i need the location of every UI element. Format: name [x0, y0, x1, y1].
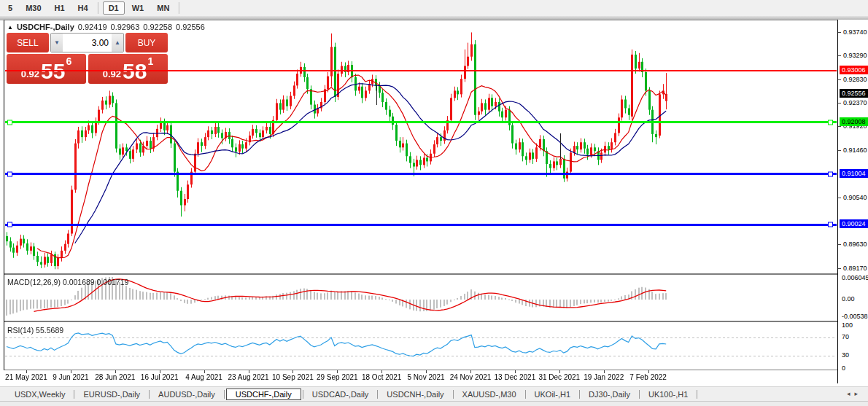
support-line-blue-2[interactable] [5, 224, 837, 226]
price-axis-label: 0.93740 [843, 28, 867, 36]
buy-price-button[interactable]: 0.92 58 1 [88, 54, 168, 84]
buy-button[interactable]: BUY [125, 33, 168, 52]
price-badge-0.92008: 0.92008 [840, 117, 868, 126]
price-axis-tick [838, 103, 841, 104]
price-axis-tick [838, 150, 841, 151]
date-axis-label: 23 Aug 2021 [228, 373, 268, 381]
timeframe-button-m30[interactable]: M30 [20, 1, 47, 15]
price-axis[interactable]: 0.937400.932900.928300.923700.919200.914… [837, 20, 868, 383]
volume-decrease-button[interactable]: ▼ [51, 34, 63, 52]
support-line-green[interactable] [5, 121, 837, 123]
tab-separator [639, 390, 640, 399]
macd-axis-label: -0.00538 [842, 313, 868, 320]
date-axis-label: 5 Nov 2021 [408, 373, 445, 381]
price-badge-0.92556: 0.92556 [840, 89, 868, 98]
chart-symbol-label: USDCHF-,Daily [17, 23, 74, 31]
date-axis-label: 18 Oct 2021 [362, 373, 401, 381]
buy-price-pip: 1 [147, 55, 153, 67]
hline-endpoint-handle[interactable] [7, 222, 12, 227]
date-axis-label: 31 Dec 2021 [538, 373, 580, 381]
timeframe-button-5[interactable]: 5 [2, 1, 18, 15]
tab-scroll-arrows[interactable]: ◂▸ [847, 390, 862, 397]
price-badge-0.93006: 0.93006 [840, 66, 868, 74]
sell-price-button[interactable]: 0.92 55 6 [7, 54, 86, 84]
timeframe-button-d1[interactable]: D1 [103, 1, 125, 15]
chart-tab-bar: USDX,WeeklyEURUSD-,DailyAUDUSD-,DailyUSD… [0, 386, 868, 401]
vline-annotation[interactable] [376, 85, 377, 105]
chart-tab-usdcad-daily[interactable]: USDCAD-,Daily [305, 389, 376, 399]
chart-tab-ukoil-h1[interactable]: UKOil-,H1 [527, 389, 578, 399]
timeframe-button-mn[interactable]: MN [151, 1, 175, 15]
tab-scroll-left-icon[interactable]: ◂ [847, 390, 855, 397]
hline-endpoint-handle[interactable] [828, 171, 833, 176]
tab-separator [579, 390, 580, 399]
timeframe-toolbar: 5M30H1H4D1W1MN [0, 0, 868, 16]
vline-annotation[interactable] [560, 133, 561, 159]
sell-button[interactable]: SELL [7, 33, 49, 52]
rsi-axis-label: 30 [842, 351, 849, 359]
price-axis-tick [838, 244, 841, 245]
date-axis-label: 16 Jul 2021 [141, 373, 179, 381]
price-axis-label: 0.92370 [843, 99, 867, 106]
date-axis-label: 29 Sep 2021 [317, 373, 358, 381]
chart-tab-usdchf-daily[interactable]: USDCHF-,Daily [226, 389, 301, 400]
volume-increase-button[interactable]: ▲ [112, 34, 123, 52]
ohlc-low: 0.92258 [143, 23, 172, 31]
hline-endpoint-handle[interactable] [7, 120, 12, 125]
price-macd-divider[interactable] [4, 273, 838, 276]
macd-axis-label: 0.006045 [842, 274, 868, 281]
macd-axis-label: 0.00 [842, 295, 855, 302]
price-axis-tick [838, 198, 841, 198]
trading-platform-window: 5M30H1H4D1W1MN ▲ USDCHF-,Daily 0.92419 0… [0, 0, 868, 406]
volume-input[interactable] [63, 34, 112, 52]
tab-separator [224, 390, 225, 399]
hline-endpoint-handle[interactable] [828, 222, 833, 227]
date-axis[interactable]: 21 May 20219 Jun 202128 Jun 202116 Jul 2… [4, 370, 837, 383]
toolbar-divider [179, 2, 180, 14]
date-axis-label: 28 Jun 2021 [95, 373, 135, 381]
tab-separator [377, 390, 378, 399]
tab-separator [697, 390, 697, 399]
date-axis-label: 10 Sep 2021 [272, 373, 314, 381]
ohlc-close: 0.92556 [176, 23, 205, 31]
one-click-trading-panel: SELL ▼ ▲ BUY 0.92 55 6 0.92 58 1 [7, 33, 168, 84]
chart-tab-eurusd-daily[interactable]: EURUSD-,Daily [76, 389, 147, 399]
chart-tab-dj30-daily[interactable]: DJ30-,Daily [581, 389, 638, 399]
one-click-collapse-icon[interactable]: ▲ [7, 24, 13, 31]
macd-label: MACD(12,26,9) 0.001689 0.001719 [7, 278, 128, 286]
sell-price-pip: 6 [66, 55, 71, 67]
chart-tab-usdcnh-daily[interactable]: USDCNH-,Daily [379, 389, 451, 399]
chart-tab-usdx-weekly[interactable]: USDX,Weekly [7, 389, 72, 399]
chart-tab-audusd-daily[interactable]: AUDUSD-,Daily [151, 389, 222, 399]
hline-endpoint-handle[interactable] [7, 171, 12, 176]
price-axis-tick [838, 55, 841, 56]
chart-tab-uk100-h1[interactable]: UK100-,H1 [641, 389, 695, 399]
price-axis-label: 0.89170 [843, 265, 867, 272]
status-strip [0, 401, 868, 406]
chart-tab-xauusd-m30[interactable]: XAUUSD-,M30 [455, 389, 524, 399]
support-line-blue-1[interactable] [5, 173, 837, 175]
date-axis-label: 7 Feb 2022 [629, 373, 667, 381]
price-badge-0.91004: 0.91004 [840, 169, 868, 178]
rsi-axis-label: 100 [842, 321, 853, 329]
date-axis-label: 21 May 2021 [5, 373, 47, 381]
date-axis-label: 24 Nov 2021 [450, 373, 492, 381]
chart-window: ▲ USDCHF-,Daily 0.92419 0.92963 0.92258 … [4, 20, 837, 370]
tab-separator [453, 390, 454, 399]
hline-endpoint-handle[interactable] [828, 120, 833, 125]
macd-indicator-canvas[interactable] [5, 276, 837, 321]
tab-scroll-right-icon[interactable]: ▸ [854, 390, 862, 397]
timeframe-button-w1[interactable]: W1 [126, 1, 150, 15]
tab-separator [525, 390, 526, 399]
price-axis-tick [838, 79, 841, 80]
price-axis-tick [838, 32, 841, 33]
resistance-line[interactable] [5, 70, 837, 71]
timeframe-button-h1[interactable]: H1 [49, 1, 71, 15]
price-axis-label: 0.92830 [843, 76, 867, 83]
timeframe-button-h4[interactable]: H4 [72, 1, 94, 15]
rsi-axis-label: 70 [842, 333, 849, 340]
price-axis-label: 0.93290 [843, 52, 867, 59]
volume-stepper: ▼ ▲ [50, 33, 124, 52]
macd-rsi-divider[interactable] [4, 321, 838, 323]
rsi-indicator-canvas[interactable] [5, 324, 837, 370]
